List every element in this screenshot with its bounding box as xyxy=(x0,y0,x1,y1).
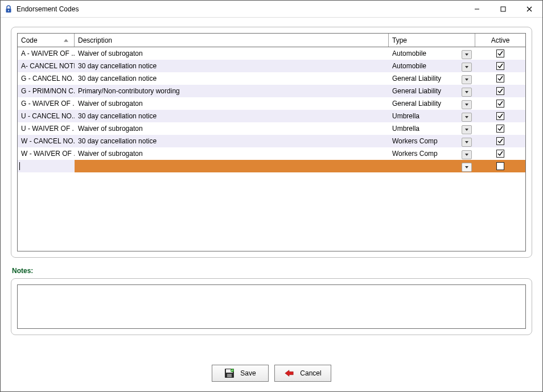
active-checkbox[interactable] xyxy=(496,137,504,145)
notes-panel xyxy=(11,278,532,335)
column-header-code[interactable]: Code xyxy=(18,34,75,47)
cell-description[interactable]: 30 day cancellation notice xyxy=(75,60,389,72)
table-row[interactable]: U - WAIVER OF ...Waiver of subrogatonUmb… xyxy=(18,122,525,135)
cell-code[interactable]: A- CANCEL NOTI... xyxy=(18,60,75,72)
column-header-active-label: Active xyxy=(491,36,510,44)
column-header-active[interactable]: Active xyxy=(475,34,525,47)
cell-code[interactable]: U - CANCEL NO... xyxy=(18,110,75,122)
cell-description[interactable]: 30 day cancellation notice xyxy=(75,110,389,122)
active-checkbox[interactable] xyxy=(496,62,504,70)
table-row[interactable]: W - CANCEL NO...30 day cancellation noti… xyxy=(18,135,525,147)
notes-textarea[interactable] xyxy=(17,284,526,329)
active-checkbox[interactable] xyxy=(496,150,504,158)
cell-description[interactable]: Waiver of subrogaton xyxy=(75,122,389,135)
type-dropdown-button[interactable] xyxy=(462,100,472,109)
cell-type-dropdown-wrap xyxy=(462,122,475,135)
chevron-down-icon xyxy=(465,66,468,68)
cell-type-dropdown-wrap xyxy=(462,135,475,147)
close-button[interactable] xyxy=(516,1,542,17)
cell-description[interactable]: 30 day cancellation notice xyxy=(75,72,389,85)
cell-description[interactable]: 30 day cancellation notice xyxy=(75,135,389,147)
cell-type[interactable]: General Liability xyxy=(389,97,462,110)
cell-type[interactable]: Umbrella xyxy=(389,122,462,135)
cell-code[interactable]: W - CANCEL NO... xyxy=(18,135,75,147)
table-row[interactable]: G - PRIM/NON C...Primary/Non-contributor… xyxy=(18,85,525,97)
type-dropdown-button[interactable] xyxy=(462,50,472,59)
cell-active xyxy=(475,97,525,110)
cell-code[interactable]: W - WAIVER OF ... xyxy=(18,147,75,160)
cell-description[interactable]: Waiver of subrogaton xyxy=(75,147,389,160)
cell-active xyxy=(475,110,525,122)
svg-rect-8 xyxy=(227,374,232,377)
chevron-down-icon xyxy=(465,104,468,106)
window: Endorsement Codes Code xyxy=(0,0,543,392)
cell-active xyxy=(475,72,525,85)
table-row[interactable]: A - WAIVER OF ...Waiver of subrogatonAut… xyxy=(18,47,525,60)
cell-code[interactable]: G - CANCEL NO... xyxy=(18,72,75,85)
new-row-highlighted-area[interactable] xyxy=(75,160,525,172)
column-header-description[interactable]: Description xyxy=(75,34,389,47)
cell-code[interactable]: U - WAIVER OF ... xyxy=(18,122,75,135)
cell-active xyxy=(475,122,525,135)
cell-type-dropdown-wrap xyxy=(462,147,475,160)
save-button[interactable]: Save xyxy=(212,365,269,382)
save-button-label: Save xyxy=(240,369,256,377)
active-checkbox[interactable] xyxy=(496,125,504,133)
minimize-button[interactable] xyxy=(464,1,490,17)
cell-type[interactable]: Automobile xyxy=(389,47,462,60)
cell-type[interactable]: General Liability xyxy=(389,85,462,97)
maximize-button[interactable] xyxy=(490,1,516,17)
cell-type-dropdown-wrap xyxy=(462,97,475,110)
table-row[interactable]: U - CANCEL NO...30 day cancellation noti… xyxy=(18,110,525,122)
type-dropdown-button[interactable] xyxy=(462,75,472,84)
active-checkbox[interactable] xyxy=(496,49,504,57)
notes-section: Notes: xyxy=(11,263,532,335)
cancel-button[interactable]: Cancel xyxy=(274,365,331,382)
button-bar: Save Cancel xyxy=(1,355,542,391)
cell-code[interactable]: G - WAIVER OF ... xyxy=(18,97,75,110)
table-row[interactable]: G - CANCEL NO...30 day cancellation noti… xyxy=(18,72,525,85)
cell-type[interactable]: General Liability xyxy=(389,72,462,85)
table-row[interactable]: G - WAIVER OF ...Waiver of subrogatonGen… xyxy=(18,97,525,110)
column-header-description-label: Description xyxy=(78,36,112,44)
new-row-code-input[interactable] xyxy=(18,160,75,172)
cell-code[interactable]: A - WAIVER OF ... xyxy=(18,47,75,60)
column-header-code-label: Code xyxy=(21,36,38,44)
table-new-row[interactable] xyxy=(18,160,525,172)
text-caret xyxy=(19,162,20,170)
window-title: Endorsement Codes xyxy=(17,5,464,13)
cell-type[interactable]: Workers Comp xyxy=(389,135,462,147)
active-checkbox[interactable] xyxy=(496,100,504,108)
active-checkbox[interactable] xyxy=(496,112,504,120)
active-checkbox[interactable] xyxy=(496,162,504,170)
sort-ascending-icon xyxy=(64,39,68,42)
type-dropdown-button[interactable] xyxy=(462,163,472,172)
column-header-type[interactable]: Type xyxy=(389,34,475,47)
type-dropdown-button[interactable] xyxy=(462,63,472,72)
cell-description[interactable]: Primary/Non-contributory wording xyxy=(75,85,389,97)
active-checkbox[interactable] xyxy=(496,87,504,95)
type-dropdown-button[interactable] xyxy=(462,138,472,147)
grid-header: Code Description Type Active xyxy=(18,34,525,47)
cell-description[interactable]: Waiver of subrogaton xyxy=(75,47,389,60)
type-dropdown-button[interactable] xyxy=(462,125,472,134)
cell-description[interactable]: Waiver of subrogaton xyxy=(75,97,389,110)
cell-active xyxy=(475,60,525,72)
grid: Code Description Type Active A - WAIV xyxy=(17,33,526,251)
cell-type[interactable]: Umbrella xyxy=(389,110,462,122)
type-dropdown-button[interactable] xyxy=(462,113,472,122)
active-checkbox[interactable] xyxy=(496,75,504,82)
table-row[interactable]: W - WAIVER OF ...Waiver of subrogatonWor… xyxy=(18,147,525,160)
new-row-description-input[interactable] xyxy=(75,160,389,172)
new-row-type-dropdown-wrap xyxy=(462,160,475,172)
type-dropdown-button[interactable] xyxy=(462,88,472,97)
chevron-down-icon xyxy=(465,91,468,93)
cell-type[interactable]: Automobile xyxy=(389,60,462,72)
cell-code[interactable]: G - PRIM/NON C... xyxy=(18,85,75,97)
new-row-type-cell[interactable] xyxy=(389,160,462,172)
table-row[interactable]: A- CANCEL NOTI...30 day cancellation not… xyxy=(18,60,525,72)
cell-type[interactable]: Workers Comp xyxy=(389,147,462,160)
notes-label: Notes: xyxy=(12,267,532,275)
grid-body: A - WAIVER OF ...Waiver of subrogatonAut… xyxy=(18,47,525,251)
type-dropdown-button[interactable] xyxy=(462,150,472,159)
